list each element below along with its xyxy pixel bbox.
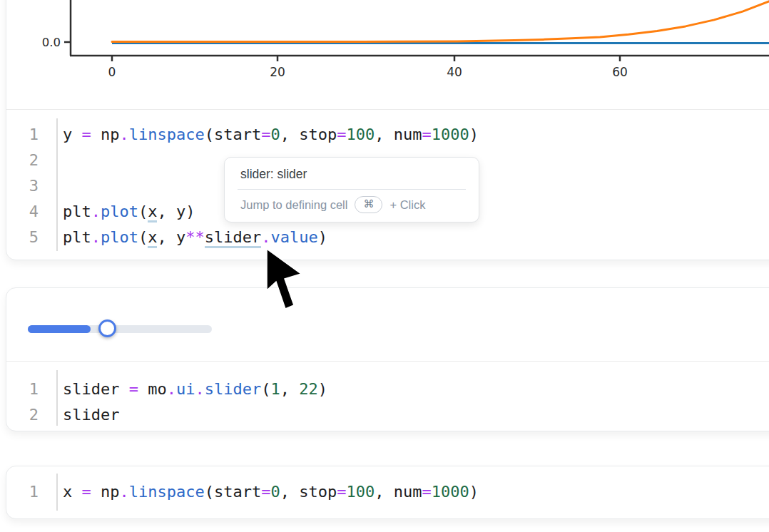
code-token: 100 <box>346 126 375 143</box>
code-token: x <box>63 483 82 501</box>
code-token: plot <box>101 203 138 220</box>
code-token: ui <box>176 380 195 398</box>
y-tick-label: 0.0 <box>42 36 61 49</box>
code-text: slider <box>56 402 119 428</box>
code-token: . <box>91 203 101 220</box>
cell-x: 1x = np.linspace(start=0, stop=100, num=… <box>6 466 769 519</box>
code-text <box>56 173 72 199</box>
code-token: ( <box>205 483 214 501</box>
reactive-variable[interactable]: x <box>148 203 157 222</box>
code-token: y <box>63 126 82 143</box>
code-token: , <box>280 483 300 501</box>
line-number: 1 <box>6 479 56 505</box>
code-token: = <box>337 483 346 501</box>
code-token: ( <box>205 126 214 143</box>
code-token: , y) <box>157 203 195 220</box>
code-token: 22 <box>299 380 318 398</box>
code-token: stop <box>299 126 337 143</box>
code-token: . <box>120 126 129 143</box>
code-line[interactable]: 2slider <box>6 402 769 428</box>
slider-widget[interactable] <box>28 319 218 338</box>
code-token: ) <box>318 228 327 246</box>
code-token: = <box>129 380 138 398</box>
x-tick-label: 40 <box>447 65 462 79</box>
code-token: ) <box>318 380 327 398</box>
slider-output <box>6 288 769 361</box>
code-token: 100 <box>346 483 375 501</box>
code-token: . <box>120 483 129 501</box>
line-number: 2 <box>6 402 56 428</box>
code-token: , <box>280 126 300 143</box>
code-token: start <box>214 483 261 501</box>
code-token: . <box>167 380 176 398</box>
code-text: slider = mo.ui.slider(1, 22) <box>56 377 327 402</box>
code-token: = <box>422 126 431 143</box>
code-token: num <box>394 483 422 501</box>
code-token: plt <box>63 203 91 220</box>
code-token: 0 <box>270 483 280 501</box>
code-token: ( <box>138 203 148 220</box>
code-token: np <box>91 126 120 143</box>
code-token: = <box>337 126 346 143</box>
code-token: = <box>261 483 270 501</box>
code-editor[interactable]: 1x = np.linspace(start=0, stop=100, num=… <box>6 466 769 518</box>
gutter-divider <box>56 474 58 511</box>
code-token: , <box>375 126 394 143</box>
gutter-divider <box>56 118 58 251</box>
tooltip-shortcut-suffix: + Click <box>389 198 425 212</box>
code-token: . <box>195 380 204 398</box>
code-token: value <box>270 228 317 246</box>
code-text: y = np.linspace(start=0, stop=100, num=1… <box>56 122 479 148</box>
tooltip-action-label: Jump to defining cell <box>240 198 347 212</box>
code-token: = <box>82 483 91 501</box>
code-token: slider <box>63 406 119 424</box>
notebook-page: 0.0 0 20 40 60 1y = np.linspace(start=0,… <box>0 0 769 532</box>
code-line[interactable]: 1slider = mo.ui.slider(1, 22) <box>6 377 769 402</box>
line-number: 4 <box>6 199 56 225</box>
code-token: slider <box>63 380 129 398</box>
code-line[interactable]: 5plt.plot(x, y**slider.value) <box>6 225 769 250</box>
code-token: num <box>394 126 422 143</box>
code-token: = <box>82 126 91 143</box>
x-tick-label: 0 <box>108 65 116 79</box>
cell-slider: 1slider = mo.ui.slider(1, 22)2slider <box>6 287 769 431</box>
reactive-variable[interactable]: slider <box>205 228 261 248</box>
code-token: = <box>261 126 270 143</box>
tooltip-title: slider: slider <box>225 158 479 189</box>
cursor-arrow-icon <box>267 249 307 314</box>
code-token: 1 <box>270 380 280 398</box>
code-token: = <box>422 483 431 501</box>
code-line[interactable]: 1y = np.linspace(start=0, stop=100, num=… <box>6 122 769 148</box>
gutter-divider <box>56 370 58 426</box>
code-token: plot <box>101 228 138 246</box>
code-token: , <box>375 483 394 501</box>
line-number: 1 <box>6 122 56 148</box>
code-token: ) <box>469 483 479 501</box>
reactive-variable[interactable]: x <box>148 228 157 248</box>
x-tick-label: 20 <box>270 65 285 79</box>
code-token: linspace <box>129 126 205 143</box>
code-token: 1000 <box>432 483 469 501</box>
slider-thumb[interactable] <box>98 319 116 337</box>
code-token: mo <box>138 380 167 398</box>
slider-fill <box>28 325 91 333</box>
code-token: 1000 <box>432 126 469 143</box>
code-editor[interactable]: 1slider = mo.ui.slider(1, 22)2slider <box>6 361 769 431</box>
code-token: plt <box>63 228 91 246</box>
code-line[interactable]: 1x = np.linspace(start=0, stop=100, num=… <box>6 479 769 505</box>
code-token: slider <box>205 380 261 398</box>
code-token: 0 <box>270 126 280 143</box>
code-token: , y <box>157 228 185 246</box>
line-number: 2 <box>6 148 56 173</box>
x-tick-label: 60 <box>612 65 628 79</box>
code-token: ) <box>469 126 479 143</box>
plot-output: 0.0 0 20 40 60 <box>6 0 769 109</box>
code-token: linspace <box>129 483 205 501</box>
code-token: stop <box>299 483 337 501</box>
line-number: 5 <box>6 225 56 250</box>
line-number: 3 <box>6 173 56 199</box>
code-token: np <box>91 483 120 501</box>
code-text <box>56 148 72 173</box>
command-key-badge: ⌘ <box>355 196 382 213</box>
line-series-orange <box>112 1 769 41</box>
